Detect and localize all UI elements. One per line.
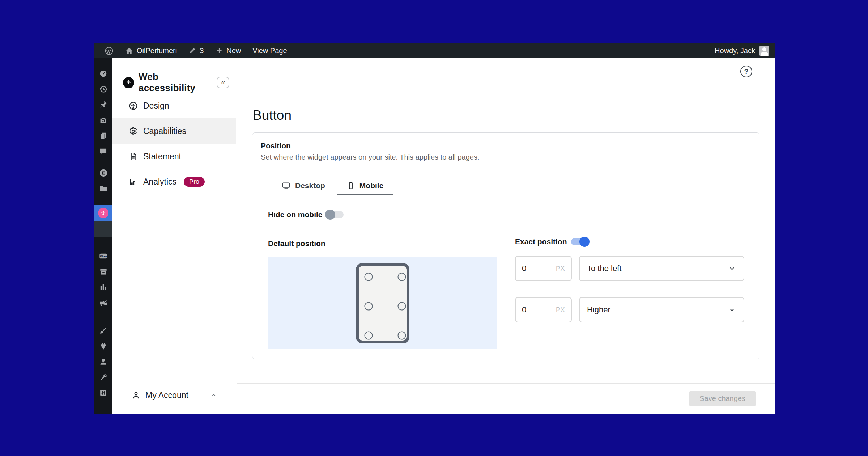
rail-item-pages[interactable] [94,128,112,144]
new-menu-item[interactable]: New [211,43,245,58]
svg-text:Woo: Woo [100,255,107,258]
tab-desktop[interactable]: Desktop [272,177,335,195]
howdy-label[interactable]: Howdy, Jack [715,47,755,55]
rail-item-history[interactable] [94,81,112,97]
pages-icon [99,131,108,140]
woocommerce-icon: Woo [98,251,108,261]
select-value: Higher [587,305,610,314]
position-option-middle-right[interactable] [397,302,406,310]
document-icon [128,152,138,161]
person-icon [131,390,141,400]
rail-submenu-strip [94,221,112,237]
rail-item-plugins[interactable] [94,338,112,354]
bar-chart-icon [128,177,138,187]
exact-position-toggle[interactable] [571,238,589,245]
sidebar-item-design[interactable]: Design [112,93,236,118]
rail-item-media[interactable] [94,113,112,128]
phone-frame [356,263,409,343]
accessibility-circle-icon [128,101,138,111]
rail-item-elementor[interactable] [94,165,112,181]
tab-label: Mobile [359,181,384,190]
hide-on-mobile-toggle[interactable] [326,211,344,218]
help-button[interactable]: ? [740,66,752,77]
my-account-button[interactable]: My Account [112,387,236,404]
vertical-direction-select[interactable]: Higher [579,297,744,322]
rail-item-products[interactable] [94,264,112,279]
sidebar-item-label: Statement [143,152,181,161]
rail-item-analytics[interactable] [94,279,112,295]
tab-mobile[interactable]: Mobile [337,177,393,195]
sliders-icon [99,388,108,397]
card-title: Position [261,142,291,150]
sidebar-item-statement[interactable]: Statement [112,144,236,169]
wp-admin-rail: Woo [94,58,112,414]
save-changes-button[interactable]: Save changes [689,391,756,406]
sidebar-item-label: Analytics [143,177,176,187]
home-icon [125,47,133,55]
rail-item-posts[interactable] [94,97,112,113]
position-option-top-left[interactable] [364,273,373,281]
sidebar-item-label: Design [143,101,169,111]
plugin-sidebar: Web accessibility « Design Capabilities … [112,58,237,414]
dashboard-icon [99,69,108,78]
offset-y-field: PX [515,297,572,322]
rail-item-appearance[interactable] [94,323,112,338]
device-tabs: Desktop Mobile [272,177,393,195]
rail-item-web-accessibility[interactable] [94,205,112,221]
rail-item-tools[interactable] [94,370,112,385]
wordpress-admin-window: OilPerfumeri 3 New View Page Howdy, Jack [94,43,775,414]
view-page-menu-item[interactable]: View Page [248,43,291,58]
accessibility-plugin-icon [98,208,109,218]
offset-x-input[interactable] [522,264,547,273]
plugin-logo-icon [123,77,134,88]
chevron-up-icon [210,392,217,399]
position-option-bottom-right[interactable] [397,331,406,339]
default-position-preview [268,257,497,349]
collapse-sidebar-button[interactable]: « [217,77,229,88]
position-option-top-right[interactable] [397,273,406,281]
rail-item-settings[interactable] [94,385,112,401]
sidebar-item-analytics[interactable]: Analytics Pro [112,169,236,194]
brush-icon [99,326,108,335]
content-header: ? [237,58,775,84]
folder-icon [99,184,108,193]
avatar[interactable] [760,46,769,56]
rail-item-woocommerce[interactable]: Woo [94,248,112,264]
users-icon [99,357,108,366]
edits-menu-item[interactable]: 3 [184,43,208,58]
wordpress-menu-button[interactable] [100,43,118,58]
select-value: To the left [587,264,621,273]
position-card: Position Set where the widget appears on… [252,132,760,359]
offset-x-field: PX [515,256,572,281]
wordpress-logo-icon [105,46,114,55]
sidebar-item-capabilities[interactable]: Capabilities [112,118,236,144]
plugin-title: Web accessibility [139,71,212,94]
rail-item-users[interactable] [94,354,112,370]
sidebar-item-label: Capabilities [143,126,186,136]
pencil-icon [188,47,196,55]
megaphone-icon [99,298,108,308]
rail-item-comments[interactable] [94,144,112,159]
pin-icon [99,100,108,109]
rail-item-folder[interactable] [94,181,112,196]
chevron-down-icon [728,305,736,314]
content-footer: Save changes [237,383,775,414]
page-title: Button [253,108,292,123]
edits-count: 3 [200,47,204,55]
products-icon [99,267,108,276]
site-name: OilPerfumeri [137,47,177,55]
analytics-bars-icon [99,283,108,292]
view-page-label: View Page [252,47,287,55]
position-option-middle-left[interactable] [364,302,373,310]
chevron-down-icon [728,264,736,273]
history-icon [99,85,108,94]
my-account-label: My Account [145,390,188,400]
offset-y-input[interactable] [522,305,547,314]
pro-badge: Pro [184,177,205,187]
new-label: New [226,47,241,55]
rail-item-marketing[interactable] [94,295,112,311]
site-menu-item[interactable]: OilPerfumeri [121,43,181,58]
position-option-bottom-left[interactable] [364,331,373,339]
horizontal-direction-select[interactable]: To the left [579,256,744,281]
rail-item-dashboard[interactable] [94,66,112,81]
